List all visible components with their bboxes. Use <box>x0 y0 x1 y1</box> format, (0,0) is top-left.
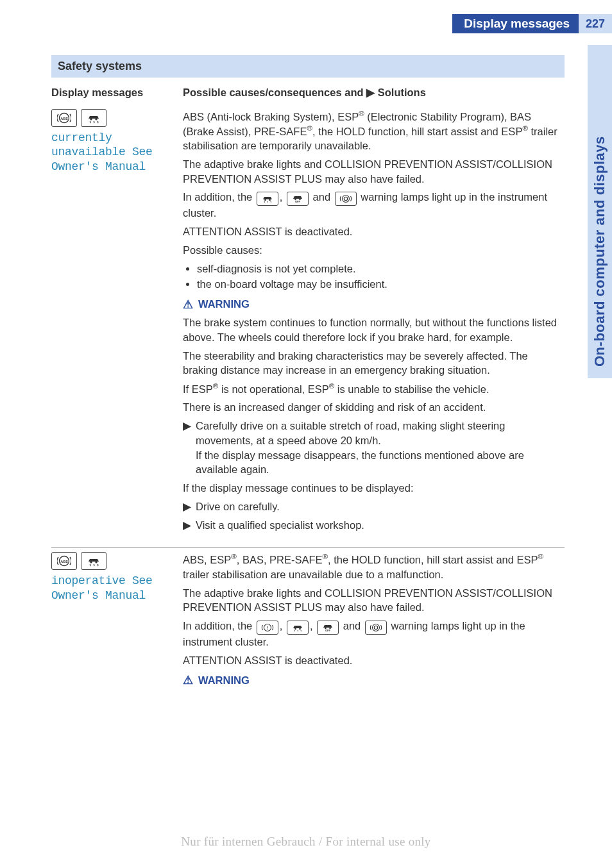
svg-point-3 <box>95 118 97 120</box>
warning-triangle-icon: ⚠ <box>183 674 193 686</box>
svg-point-10 <box>344 197 347 201</box>
svg-point-9 <box>342 196 349 203</box>
body-text: The brake system continues to function n… <box>183 315 565 345</box>
step-item: ▶ Drive on carefully. <box>183 499 565 514</box>
body-text: The adaptive brake lights and COLLISION … <box>183 157 565 187</box>
svg-point-13 <box>90 562 92 563</box>
svg-point-14 <box>95 562 97 563</box>
body-text: Possible causes: <box>183 243 565 258</box>
page-title: Display messages <box>452 14 579 33</box>
car-skid-icon <box>81 552 106 570</box>
body-text: ATTENTION ASSIST is deactivated. <box>183 224 565 239</box>
warning-triangle-icon: ⚠ <box>183 299 193 310</box>
solid-triangle-icon: ▶ <box>366 87 375 98</box>
warning-heading: ⚠ WARNING <box>183 673 565 688</box>
body-text: ATTENTION ASSIST is deactivated. <box>183 653 565 668</box>
car-off-icon: OFF <box>317 621 339 635</box>
page-header: Display messages 227 <box>0 14 612 33</box>
svg-text:!: ! <box>267 626 268 630</box>
abs-icon: ABS <box>51 552 77 570</box>
car-skid-icon <box>81 109 106 127</box>
svg-point-23 <box>374 626 377 629</box>
col-header-display: Display messages <box>51 83 183 105</box>
brake-circle-icon <box>365 621 387 635</box>
section-side-tab: On-board computer and displays <box>588 45 612 378</box>
svg-point-18 <box>299 628 301 630</box>
car-warn-icon <box>257 192 278 206</box>
col-header-solutions: Possible causes/consequences and ▶ Solut… <box>183 83 565 105</box>
svg-text:OFF: OFF <box>325 629 331 632</box>
solid-triangle-icon: ▶ <box>183 499 192 514</box>
info-circle-icon: ! <box>257 621 278 635</box>
footer-watermark: Nur für internen Gebrauch / For internal… <box>0 833 612 850</box>
svg-text:ABS: ABS <box>60 116 68 120</box>
svg-text:ABS: ABS <box>60 560 68 563</box>
svg-point-17 <box>294 628 296 630</box>
body-text: The adaptive brake lights and COLLISION … <box>183 586 565 615</box>
display-message-text: currently unavailable See Owner's Manual <box>51 131 176 174</box>
list-item: self-diagnosis is not yet complete. <box>197 262 565 276</box>
body-text: The steerability and braking characteris… <box>183 349 565 378</box>
display-message-text: inoperative See Owner's Manual <box>51 574 176 603</box>
table-row: ABS currently unavailable See Owner's Ma… <box>51 105 565 548</box>
main-content: Safety systems Display messages Possible… <box>51 55 565 703</box>
body-text: In addition, the , OFF and warning lamps… <box>183 190 565 221</box>
svg-point-22 <box>372 624 379 631</box>
step-item: ▶ Carefully drive on a suitable stretch … <box>183 419 565 477</box>
solid-triangle-icon: ▶ <box>183 518 192 533</box>
warning-heading: ⚠ WARNING <box>183 297 565 312</box>
svg-point-4 <box>264 199 266 201</box>
car-off-icon: OFF <box>287 192 309 206</box>
messages-table: Display messages Possible causes/consequ… <box>51 83 565 703</box>
body-text: ABS (Anti-lock Braking System), ESP® (El… <box>183 109 565 153</box>
body-text: If the display message continues to be d… <box>183 481 565 496</box>
body-text: In addition, the !, , OFF and warning la… <box>183 619 565 649</box>
body-text: ABS, ESP®, BAS, PRE-SAFE®, the HOLD func… <box>183 552 565 581</box>
abs-icon: ABS <box>51 109 77 127</box>
solid-triangle-icon: ▶ <box>183 419 192 477</box>
svg-text:OFF: OFF <box>295 200 301 203</box>
bullet-list: self-diagnosis is not yet complete. the … <box>183 262 565 292</box>
list-item: the on-board voltage may be insufficient… <box>197 277 565 292</box>
page-number: 227 <box>579 14 612 33</box>
body-text: If ESP® is not operational, ESP® is unab… <box>183 381 565 396</box>
body-text: There is an increased danger of skidding… <box>183 400 565 415</box>
section-header: Safety systems <box>51 55 565 78</box>
svg-point-2 <box>90 118 92 120</box>
brake-circle-icon <box>335 192 357 206</box>
table-row: ABS inoperative See Owner's Manual ABS, … <box>51 548 565 703</box>
svg-point-5 <box>269 199 271 201</box>
step-item: ▶ Visit a qualified specialist workshop. <box>183 518 565 533</box>
car-warn-icon <box>287 621 309 635</box>
